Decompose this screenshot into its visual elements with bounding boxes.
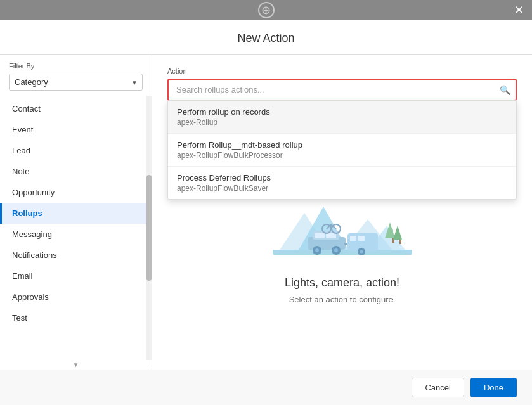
sidebar-item-rollups[interactable]: Rollups — [0, 203, 152, 224]
svg-rect-15 — [350, 236, 356, 241]
modal-footer: Cancel Done — [0, 370, 532, 405]
top-bar: ⊕ ✕ — [0, 0, 532, 20]
category-select[interactable]: Category — [9, 74, 143, 91]
search-input[interactable] — [167, 79, 517, 101]
filter-label: Filter By — [9, 62, 143, 70]
search-container: 🔍 — [167, 79, 517, 101]
modal-title: New Action — [15, 32, 517, 45]
illustration-subtitle: Select an action to configure. — [289, 295, 396, 304]
sidebar-item-lead[interactable]: Lead — [0, 140, 152, 161]
scrollbar-track — [146, 96, 152, 360]
sidebar-list-inner: ContactEventLeadNoteOpportunityRollupsMe… — [0, 96, 152, 331]
filter-select-wrapper: Category ▼ — [9, 74, 143, 91]
close-icon: ✕ — [514, 3, 524, 17]
cancel-button[interactable]: Cancel — [412, 378, 464, 397]
svg-marker-26 — [393, 226, 402, 240]
illustration-title: Lights, camera, action! — [285, 276, 399, 290]
dropdown-item-title: Perform Rollup__mdt-based rollup — [177, 140, 507, 150]
sidebar-item-test[interactable]: Test — [0, 307, 152, 328]
svg-rect-4 — [273, 250, 412, 255]
svg-rect-16 — [358, 236, 365, 241]
svg-rect-7 — [315, 233, 325, 238]
sidebar-item-opportunity[interactable]: Opportunity — [0, 182, 152, 203]
dropdown-item-subtitle: apex-RollupFlowBulkSaver — [177, 184, 507, 193]
scroll-down-arrow[interactable]: ▼ — [0, 360, 152, 370]
add-icon: ⊕ — [258, 2, 275, 18]
sidebar: Filter By Category ▼ ContactEventLeadNot… — [0, 55, 152, 370]
filter-section: Filter By Category ▼ — [0, 55, 152, 96]
modal: New Action Filter By Category ▼ — [0, 20, 532, 405]
sidebar-item-messaging[interactable]: Messaging — [0, 224, 152, 245]
dropdown-item[interactable]: Perform Rollup__mdt-based rollupapex-Rol… — [168, 134, 516, 167]
dropdown-item[interactable]: Perform rollup on recordsapex-Rollup — [168, 101, 516, 134]
illustration-svg — [273, 194, 412, 264]
dropdown-item-subtitle: apex-RollupFlowBulkProcessor — [177, 151, 507, 160]
dropdown-item-subtitle: apex-Rollup — [177, 118, 507, 127]
modal-body: Filter By Category ▼ ContactEventLeadNot… — [0, 55, 532, 370]
scrollbar-thumb[interactable] — [146, 175, 152, 281]
close-button[interactable]: ✕ — [512, 3, 526, 17]
svg-point-18 — [360, 250, 363, 254]
main-content: Action 🔍 Perform rollup on recordsapex-R… — [152, 55, 532, 370]
done-button[interactable]: Done — [470, 378, 517, 397]
svg-point-12 — [334, 248, 338, 252]
sidebar-item-notifications[interactable]: Notifications — [0, 245, 152, 266]
svg-point-10 — [315, 248, 319, 252]
sidebar-item-event[interactable]: Event — [0, 119, 152, 140]
sidebar-item-note[interactable]: Note — [0, 161, 152, 182]
dropdown-item-title: Perform rollup on records — [177, 107, 507, 117]
sidebar-item-approvals[interactable]: Approvals — [0, 286, 152, 307]
action-label: Action — [167, 67, 517, 75]
sidebar-list: ContactEventLeadNoteOpportunityRollupsMe… — [0, 96, 152, 360]
svg-rect-27 — [399, 240, 401, 244]
dropdown-item[interactable]: Process Deferred Rollupsapex-RollupFlowB… — [168, 167, 516, 199]
action-dropdown: Perform rollup on recordsapex-RollupPerf… — [167, 100, 517, 200]
sidebar-item-contact[interactable]: Contact — [0, 98, 152, 119]
sidebar-item-email[interactable]: Email — [0, 266, 152, 286]
modal-header: New Action — [0, 20, 532, 55]
search-icon: 🔍 — [500, 85, 510, 95]
modal-overlay: ⊕ ✕ New Action Filter By Category ▼ — [0, 0, 532, 405]
dropdown-item-title: Process Deferred Rollups — [177, 173, 507, 183]
